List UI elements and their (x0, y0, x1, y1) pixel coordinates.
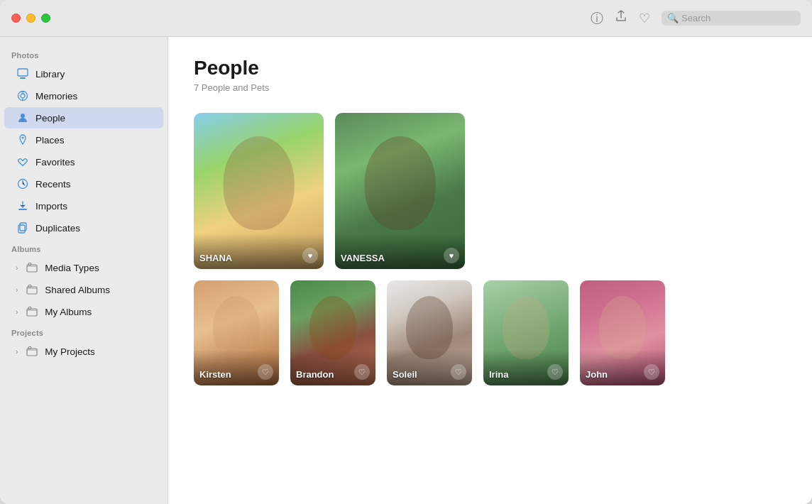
sidebar-item-my-albums-label: My Albums (45, 307, 92, 317)
chevron-my-projects-icon: › (16, 348, 18, 356)
sidebar-item-media-types[interactable]: › Media Types (4, 257, 163, 278)
sidebar-item-memories[interactable]: Memories (4, 85, 163, 106)
albums-section-label: Albums (0, 239, 168, 256)
favorite-button-kirsten[interactable]: ♡ (258, 364, 273, 380)
media-types-icon (25, 261, 39, 275)
people-row-top: SHANA ♥ VANESSA ♥ (194, 113, 786, 269)
sidebar-item-imports-label: Imports (35, 201, 67, 212)
svg-point-6 (21, 114, 25, 118)
person-name-bar-irina: Irina ♡ (483, 350, 569, 385)
places-icon (16, 133, 30, 147)
person-name-bar-kirsten: Kirsten ♡ (194, 350, 279, 385)
sidebar-item-places-label: Places (35, 135, 65, 146)
svg-rect-12 (27, 265, 37, 272)
my-albums-icon (25, 305, 39, 319)
sidebar-item-favorites[interactable]: Favorites (4, 151, 163, 172)
favorite-button-john[interactable]: ♡ (644, 364, 659, 380)
people-icon (16, 111, 30, 125)
maximize-button[interactable] (41, 13, 50, 23)
shared-albums-icon (25, 283, 39, 297)
search-icon: 🔍 (667, 13, 679, 23)
favorite-button-shana[interactable]: ♥ (302, 248, 318, 263)
minimize-button[interactable] (26, 13, 35, 23)
svg-rect-10 (20, 223, 26, 231)
heart-icon[interactable]: ♡ (639, 11, 650, 26)
person-name-bar-vanessa: VANESSA ♥ (335, 234, 465, 269)
chevron-shared-albums-icon: › (16, 286, 18, 294)
photos-section-label: Photos (0, 45, 168, 62)
person-name-irina: Irina (489, 369, 508, 380)
svg-rect-13 (28, 263, 31, 265)
svg-rect-19 (28, 347, 31, 349)
close-button[interactable] (11, 13, 21, 23)
person-card-brandon[interactable]: Brandon ♡ (290, 280, 375, 385)
svg-rect-17 (28, 307, 31, 309)
svg-rect-0 (18, 69, 28, 76)
sidebar-item-my-albums[interactable]: › My Albums (4, 301, 163, 322)
person-card-soleil[interactable]: Soleil ♡ (387, 280, 472, 385)
page-title: People (194, 57, 786, 80)
sidebar-item-recents-label: Recents (35, 179, 71, 190)
sidebar-item-library[interactable]: Library (4, 63, 163, 84)
toolbar-right: ⓘ ♡ 🔍 (591, 10, 801, 27)
person-card-shana[interactable]: SHANA ♥ (194, 113, 324, 269)
sidebar-item-duplicates-label: Duplicates (35, 223, 80, 234)
favorites-icon (16, 155, 30, 169)
sidebar-item-shared-albums[interactable]: › Shared Albums (4, 279, 163, 300)
traffic-lights (11, 13, 50, 23)
sidebar-item-my-projects[interactable]: › My Projects (4, 341, 163, 362)
svg-rect-9 (18, 209, 27, 210)
person-name-bar-shana: SHANA ♥ (194, 234, 324, 269)
svg-point-3 (21, 94, 25, 98)
my-projects-icon (25, 344, 39, 358)
sidebar-item-imports[interactable]: Imports (4, 195, 163, 217)
person-name-shana: SHANA (199, 253, 232, 263)
sidebar-item-people[interactable]: People (4, 107, 163, 128)
svg-rect-18 (27, 349, 37, 356)
person-card-vanessa[interactable]: VANESSA ♥ (335, 113, 465, 269)
imports-icon (16, 199, 30, 213)
person-name-kirsten: Kirsten (199, 369, 231, 380)
person-name-vanessa: VANESSA (341, 253, 385, 263)
sidebar-item-memories-label: Memories (35, 91, 77, 102)
main-window: ⓘ ♡ 🔍 Photos (0, 0, 812, 504)
sidebar: Photos Library (0, 37, 168, 504)
info-icon[interactable]: ⓘ (591, 10, 603, 27)
sidebar-item-recents[interactable]: Recents (4, 173, 163, 195)
search-input[interactable] (681, 13, 795, 23)
sidebar-item-my-projects-label: My Projects (45, 346, 95, 357)
person-name-bar-john: John ♡ (580, 350, 665, 385)
sidebar-item-shared-albums-label: Shared Albums (45, 285, 110, 295)
person-name-soleil: Soleil (393, 369, 417, 380)
svg-rect-16 (27, 309, 37, 316)
content-area: People 7 People and Pets SHANA ♥ (168, 37, 812, 504)
main-content: Photos Library (0, 37, 812, 504)
share-icon[interactable] (615, 10, 627, 26)
sidebar-item-duplicates[interactable]: Duplicates (4, 217, 163, 239)
favorite-button-brandon[interactable]: ♡ (354, 364, 370, 380)
search-bar[interactable]: 🔍 (662, 11, 801, 26)
favorite-button-vanessa[interactable]: ♥ (444, 248, 459, 263)
person-card-john[interactable]: John ♡ (580, 280, 665, 385)
sidebar-item-library-label: Library (35, 69, 65, 80)
sidebar-item-places[interactable]: Places (4, 129, 163, 150)
svg-rect-14 (27, 287, 37, 294)
projects-section-label: Projects (0, 323, 168, 340)
person-name-bar-brandon: Brandon ♡ (290, 350, 375, 385)
sidebar-item-favorites-label: Favorites (35, 157, 75, 168)
people-grid: SHANA ♥ VANESSA ♥ (194, 113, 786, 385)
duplicates-icon (16, 221, 30, 235)
titlebar: ⓘ ♡ 🔍 (0, 0, 812, 37)
sidebar-item-media-types-label: Media Types (45, 263, 99, 273)
svg-rect-1 (20, 77, 26, 79)
favorite-button-irina[interactable]: ♡ (547, 364, 563, 380)
favorite-button-soleil[interactable]: ♡ (451, 364, 466, 380)
person-card-irina[interactable]: Irina ♡ (483, 280, 569, 385)
svg-point-7 (22, 137, 24, 139)
page-subtitle: 7 People and Pets (194, 82, 786, 93)
library-icon (16, 67, 30, 81)
sidebar-item-people-label: People (35, 113, 65, 124)
person-name-john: John (586, 369, 608, 380)
person-card-kirsten[interactable]: Kirsten ♡ (194, 280, 279, 385)
memories-icon (16, 89, 30, 103)
